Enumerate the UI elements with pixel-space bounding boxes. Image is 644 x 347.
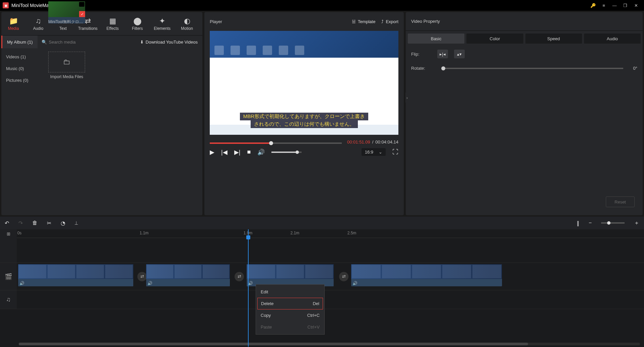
- maximize-button[interactable]: ❐: [620, 1, 631, 10]
- media-panel: 📁Media ♫Audio TᴛText ⇄Transitions ▦Effec…: [1, 12, 202, 215]
- player-title: Player: [210, 19, 346, 24]
- context-menu: Edit DeleteDel CopyCtrl+C PasteCtrl+V: [256, 284, 325, 335]
- app-logo: ▣: [3, 2, 9, 8]
- key-icon[interactable]: 🔑: [588, 1, 598, 10]
- clip-volume-icon[interactable]: 🔊: [248, 281, 253, 286]
- volume-slider[interactable]: [271, 152, 302, 153]
- panel-collapse-button[interactable]: ›: [405, 93, 409, 103]
- clip-volume-icon[interactable]: 🔊: [19, 281, 24, 286]
- title-bar: ▣ MiniTool MovieMaker Free 7.3.0 🔑 ≡ — ❐…: [0, 0, 644, 11]
- zoom-in-button[interactable]: ＋: [634, 220, 639, 227]
- timeline-toolbar: ↶ ↷ 🗑 ✂ ◔ ⟂ ‖ − ＋: [0, 217, 644, 229]
- speed-button-icon[interactable]: ◔: [61, 220, 65, 226]
- check-icon: ✓: [79, 11, 85, 17]
- undo-button[interactable]: ↶: [5, 220, 9, 226]
- download-youtube-button[interactable]: ⬇ Download YouTube Videos: [140, 40, 202, 45]
- flip-horizontal-button[interactable]: ▸|◂: [437, 50, 448, 58]
- ctx-copy[interactable]: CopyCtrl+C: [256, 309, 324, 321]
- search-icon: 🔍: [42, 40, 47, 45]
- flip-label: Flip:: [411, 52, 431, 57]
- rotate-label: Rotate:: [411, 66, 431, 71]
- timeline: ⊞ 0s 1.1m 1.9m 2.1m 2.5m 🎬 🔊 ⇄ 🔊 ⇄ 🔊: [0, 229, 644, 347]
- playhead[interactable]: [248, 229, 249, 347]
- ctx-paste: PasteCtrl+V: [256, 321, 324, 333]
- fit-button[interactable]: ‖: [577, 220, 579, 226]
- tab-effects[interactable]: ▦Effects: [103, 12, 123, 35]
- video-track-icon: 🎬: [0, 263, 17, 290]
- timeline-clip-2[interactable]: 🔊: [146, 264, 230, 286]
- scrub-bar[interactable]: [210, 141, 342, 146]
- video-preview[interactable]: MBR形式で初期化してありますが、クローンで上書き されるので、この辺りは何でも…: [210, 31, 398, 135]
- tab-audio[interactable]: ♫Audio: [28, 12, 48, 35]
- transition-button-1[interactable]: ⇄: [137, 272, 147, 281]
- search-input[interactable]: 🔍 Search media: [38, 40, 140, 45]
- fullscreen-button[interactable]: ⛶: [392, 149, 398, 156]
- property-panel: › Video Property Basic Color Speed Audio…: [406, 12, 643, 215]
- tab-motion[interactable]: ◐Motion: [177, 12, 197, 35]
- folder-icon: 🗀: [63, 58, 70, 66]
- overlay-track[interactable]: [0, 238, 644, 263]
- flip-vertical-button[interactable]: ▴▾: [454, 50, 465, 58]
- add-track-button[interactable]: ⊞: [0, 229, 17, 238]
- timeline-scrollbar[interactable]: [19, 343, 640, 345]
- menu-icon[interactable]: ≡: [598, 1, 609, 10]
- sidebar-music[interactable]: Music (0): [1, 63, 45, 74]
- rotate-slider[interactable]: [441, 68, 623, 69]
- timeline-clip-4[interactable]: 🔊: [351, 264, 502, 286]
- prop-tab-basic[interactable]: Basic: [408, 34, 464, 44]
- sidebar-videos[interactable]: Videos (1): [1, 51, 45, 63]
- tab-media[interactable]: 📁Media: [3, 12, 23, 35]
- zoom-slider[interactable]: [601, 222, 625, 224]
- stop-button[interactable]: ■: [247, 149, 251, 156]
- clip-volume-icon[interactable]: 🔊: [147, 281, 152, 286]
- video-badge-icon: [79, 2, 84, 7]
- app-title: MiniTool MovieMaker Free 7.3.0: [11, 3, 588, 8]
- export-icon: ⤴: [381, 19, 384, 24]
- transition-button-2[interactable]: ⇄: [235, 272, 244, 281]
- next-frame-button[interactable]: ▶|: [234, 149, 241, 156]
- play-button[interactable]: ▶: [210, 149, 214, 156]
- import-media-card[interactable]: 🗀 Import Media Files: [48, 52, 85, 79]
- timeline-clip-3[interactable]: 🔊: [247, 264, 334, 286]
- audio-track-icon: ♫: [0, 290, 17, 309]
- prop-tab-audio[interactable]: Audio: [584, 34, 641, 44]
- prop-tab-color[interactable]: Color: [466, 34, 523, 44]
- template-button[interactable]: ☱Template: [352, 19, 376, 24]
- crop-button[interactable]: ⟂: [75, 220, 78, 226]
- media-clip-1[interactable]: ✓ MiniTool無料クローン、: [48, 1, 85, 23]
- sidebar-pictures[interactable]: Pictures (0): [1, 74, 45, 86]
- clip-volume-icon[interactable]: 🔊: [352, 281, 358, 286]
- tab-filters[interactable]: ⬤Filters: [127, 12, 147, 35]
- timeline-ruler[interactable]: 0s 1.1m 1.9m 2.1m 2.5m: [17, 229, 644, 238]
- album-tab[interactable]: My Album (1): [1, 36, 38, 48]
- player-panel: Player ☱Template ⤴Export MBR形式で初期化してあります…: [204, 12, 404, 215]
- aspect-ratio-select[interactable]: 16:9⌄: [362, 148, 386, 156]
- ctx-delete[interactable]: DeleteDel: [257, 298, 323, 309]
- chevron-down-icon: ⌄: [379, 150, 382, 155]
- prev-frame-button[interactable]: |◀: [221, 149, 228, 156]
- zoom-out-button[interactable]: −: [589, 220, 592, 226]
- download-icon: ⬇: [140, 40, 144, 45]
- tab-elements[interactable]: ✦Elements: [152, 12, 172, 35]
- time-display: 00:01:51.09 / 00:04:04.14: [347, 139, 398, 144]
- transition-button-3[interactable]: ⇄: [339, 272, 348, 281]
- prop-tab-speed[interactable]: Speed: [525, 34, 582, 44]
- close-button[interactable]: ✕: [631, 1, 641, 10]
- timeline-clip-1[interactable]: 🔊: [18, 264, 133, 286]
- delete-button[interactable]: 🗑: [32, 220, 38, 226]
- media-sidebar: Videos (1) Music (0) Pictures (0): [1, 48, 45, 215]
- export-button[interactable]: ⤴Export: [381, 19, 398, 24]
- property-title: Video Property: [411, 19, 440, 24]
- rotate-value: 0°: [633, 66, 637, 71]
- subtitle-overlay: MBR形式で初期化してありますが、クローンで上書き されるので、この辺りは何でも…: [210, 113, 398, 128]
- split-button[interactable]: ✂: [47, 220, 51, 226]
- ctx-edit[interactable]: Edit: [256, 286, 324, 298]
- reset-button[interactable]: Reset: [606, 196, 635, 207]
- minimize-button[interactable]: —: [609, 1, 620, 10]
- main-toolbar: 📁Media ♫Audio TᴛText ⇄Transitions ▦Effec…: [1, 12, 202, 36]
- volume-icon[interactable]: 🔊: [257, 149, 265, 156]
- redo-button[interactable]: ↷: [18, 220, 23, 226]
- template-icon: ☱: [352, 19, 356, 24]
